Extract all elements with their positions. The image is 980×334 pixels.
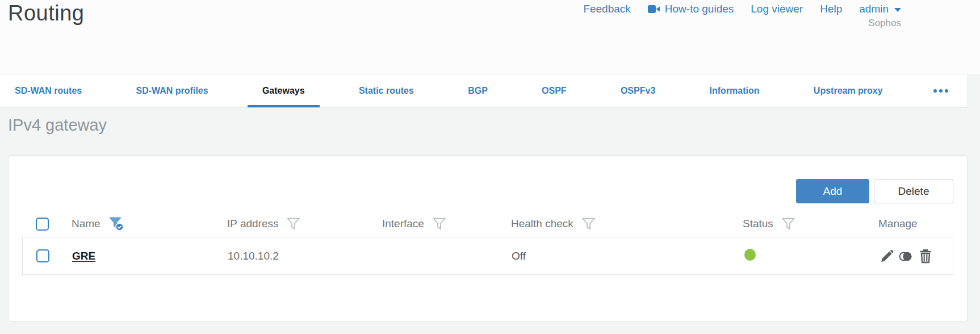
column-header-interface: Interface [382, 218, 424, 230]
page-header: Routing Feedback How-to guides Log [0, 0, 980, 74]
content-area: IPv4 gateway Add Delete Name [0, 108, 980, 334]
filter-icon[interactable] [433, 218, 446, 230]
filter-icon[interactable] [287, 218, 300, 230]
filter-icon[interactable] [582, 218, 596, 230]
delete-button[interactable]: Delete [874, 179, 953, 203]
gateway-ip: 10.10.10.2 [228, 250, 383, 262]
column-header-ip-address: IP address [227, 218, 278, 230]
tab-sdwan-routes[interactable]: SD-WAN routes [0, 74, 97, 107]
tab-sdwan-profiles[interactable]: SD-WAN profiles [122, 74, 223, 107]
admin-menu[interactable]: admin [859, 3, 901, 15]
tab-ospfv3[interactable]: OSPFv3 [606, 74, 670, 107]
how-to-guides-link[interactable]: How-to guides [648, 3, 734, 15]
tab-ospf[interactable]: OSPF [527, 74, 581, 107]
filter-active-icon[interactable] [109, 217, 124, 231]
chevron-down-icon [894, 8, 901, 12]
toolbar: Add Delete [22, 179, 953, 203]
header-links: Feedback How-to guides Log viewer Help [583, 3, 901, 29]
page-title: Routing [8, 1, 84, 26]
section-title: IPv4 gateway [8, 116, 107, 135]
table-row: GRE 10.10.10.2 Off [23, 237, 953, 274]
gateway-name-link[interactable]: GRE [72, 250, 95, 262]
column-header-manage: Manage [878, 218, 918, 230]
column-header-name: Name [72, 218, 100, 230]
log-viewer-link[interactable]: Log viewer [751, 3, 803, 15]
add-button[interactable]: Add [796, 179, 869, 203]
row-checkbox[interactable] [36, 249, 49, 262]
table-header: Name IP address [22, 211, 953, 237]
table-body: GRE 10.10.10.2 Off [22, 237, 953, 275]
tab-gateways[interactable]: Gateways [248, 74, 320, 107]
gateway-health-check: Off [512, 250, 743, 262]
more-tabs-button[interactable] [922, 74, 968, 107]
ellipsis-icon [933, 89, 937, 93]
gateway-panel: Add Delete Name [8, 155, 968, 322]
clone-icon[interactable] [898, 248, 914, 264]
tab-upstream-proxy[interactable]: Upstream proxy [799, 74, 898, 107]
edit-icon[interactable] [879, 248, 894, 264]
tab-bar: SD-WAN routes SD-WAN profiles Gateways S… [0, 74, 968, 108]
brand-label: Sophos [583, 18, 901, 29]
status-indicator [744, 249, 756, 261]
select-all-checkbox[interactable] [36, 218, 49, 231]
video-camera-icon [648, 5, 660, 14]
help-link[interactable]: Help [820, 3, 842, 15]
feedback-link[interactable]: Feedback [583, 3, 630, 15]
column-header-status: Status [743, 218, 773, 230]
column-header-health-check: Health check [511, 218, 573, 230]
tab-bgp[interactable]: BGP [453, 74, 502, 107]
tab-information[interactable]: Information [695, 74, 774, 107]
tab-static-routes[interactable]: Static routes [344, 74, 429, 107]
routing-page: Routing Feedback How-to guides Log [0, 0, 980, 334]
delete-icon[interactable] [918, 248, 933, 264]
filter-icon[interactable] [782, 218, 795, 230]
